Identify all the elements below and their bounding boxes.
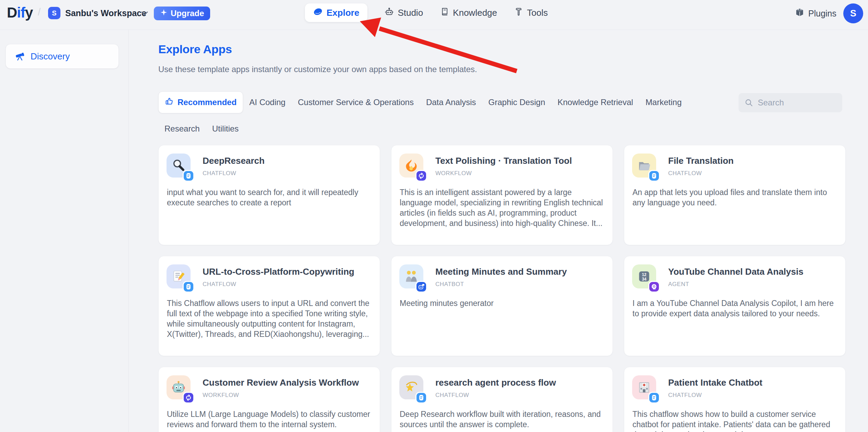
svg-text:12: 12 [642,272,647,277]
category-tab-knowledge-retrieval[interactable]: Knowledge Retrieval [551,92,639,113]
app-card-description: input what you want to search for, and i… [167,187,372,208]
app-card[interactable]: Patient Intake Chatbot CHATFLOW This cha… [624,367,846,432]
app-card-title: Patient Intake Chatbot [668,377,838,388]
workflow-badge-icon [183,392,194,403]
app-card-type-label: CHATFLOW [668,170,702,177]
robot-head-icon [385,7,394,19]
user-avatar[interactable]: S [843,3,863,23]
app-card-title: File Translation [668,156,838,166]
nav-tab-knowledge[interactable]: Knowledge [440,7,497,19]
chevron-down-icon[interactable] [141,11,148,17]
nav-tab-studio[interactable]: Studio [385,7,423,19]
svg-text:34: 34 [642,277,647,282]
app-card[interactable]: Meeting Minutes and Summary CHATBOT Meet… [391,256,613,356]
app-card-type-label: CHATFLOW [203,281,236,288]
nav-tab-explore[interactable]: Explore [305,3,367,22]
sidebar-item-discovery[interactable]: Discovery [5,44,119,69]
book-icon [440,7,449,19]
chatflow-badge-icon [183,281,194,293]
app-card-description: Meeting minutes generator [400,298,605,308]
category-tab-label: Utilities [212,124,239,134]
app-card-title: YouTube Channel Data Analysis [668,266,838,277]
category-tabs: RecommendedAI CodingCustomer Service & O… [158,91,728,139]
app-card-type-label: CHATFLOW [435,392,469,399]
sidebar-item-label: Discovery [31,51,70,62]
app-card-title: URL-to-Cross-Platform-Copywriting [203,266,373,277]
chatflow-badge-icon [648,392,660,403]
search-box [739,93,842,112]
app-card-title: Text Polishing · Translation Tool [435,156,606,166]
app-card-title: Meeting Minutes and Summary [435,266,606,277]
category-tab-ai-coding[interactable]: AI Coding [243,92,292,113]
category-tab-label: Data Analysis [426,98,476,107]
header-divider [0,30,868,30]
category-tab-label: Marketing [646,98,682,107]
dify-logo: Dify [7,4,33,21]
page-subtitle: Use these template apps instantly or cus… [158,65,477,74]
plugins-cube-icon [795,8,804,19]
chatflow-badge-icon [415,392,427,403]
workspace-avatar[interactable]: S [48,7,60,19]
app-card-description: Deep Research workflow built with iterat… [400,409,605,430]
top-header: Dify / S Sanbu's Workspace Upgrade Explo… [0,0,868,30]
sparkle-icon [160,9,168,18]
category-tab-marketing[interactable]: Marketing [639,92,688,113]
explore-icon [313,7,323,19]
app-card-type-label: AGENT [668,281,689,288]
chatflow-badge-icon [648,170,660,182]
app-card[interactable]: Customer Review Analysis Workflow WORKFL… [158,367,380,432]
workflow-badge-icon [415,170,427,182]
breadcrumb-separator: / [38,6,41,18]
category-tabs-row-1: RecommendedAI CodingCustomer Service & O… [158,91,728,113]
category-tab-label: Knowledge Retrieval [558,98,633,107]
app-card[interactable]: 1234 YouTube Channel Data Analysis AGENT… [624,256,846,356]
category-tabs-row-2: ResearchUtilities [158,118,728,139]
app-card[interactable]: Text Polishing · Translation Tool WORKFL… [391,145,613,245]
category-tab-label: Customer Service & Operations [298,98,413,107]
app-cards-grid: DeepResearch CHATFLOW input what you wan… [158,145,846,432]
category-tab-research[interactable]: Research [158,118,206,139]
telescope-icon [15,50,25,62]
sidebar: Discovery [0,30,129,432]
category-tab-data-analysis[interactable]: Data Analysis [420,92,482,113]
category-tab-utilities[interactable]: Utilities [206,118,245,139]
app-card-title: DeepResearch [203,156,373,166]
app-card-description: An app that lets you upload files and tr… [632,187,838,208]
hammer-icon [514,7,523,19]
app-card[interactable]: DeepResearch CHATFLOW input what you wan… [158,145,380,245]
category-tab-label: Recommended [178,98,237,107]
category-tab-label: AI Coding [249,98,285,107]
plugins-button[interactable]: Plugins [795,8,836,19]
app-card[interactable]: File Translation CHATFLOW An app that le… [624,145,846,245]
chatflow-badge-icon [183,170,194,182]
app-card-title: Customer Review Analysis Workflow [203,377,373,388]
main-nav: Explore Studio Knowledge [305,3,548,22]
app-card-type-label: CHATFLOW [668,392,702,399]
workspace-name[interactable]: Sanbu's Workspace [65,8,146,18]
app-card-type-label: WORKFLOW [203,392,239,399]
app-card-type-label: WORKFLOW [435,170,472,177]
thumbs-up-icon [165,97,174,108]
category-tab-label: Graphic Design [488,98,545,107]
agent-badge-icon [648,281,660,293]
nav-tab-tools[interactable]: Tools [514,7,548,19]
chatbot-badge-icon [415,281,427,293]
app-card[interactable]: research agent process flow CHATFLOW Dee… [391,367,613,432]
page-title: Explore Apps [158,43,232,56]
app-card-description: This Chatflow allows users to input a UR… [167,298,372,339]
category-tab-graphic-design[interactable]: Graphic Design [482,92,551,113]
category-tab-recommended[interactable]: Recommended [158,91,243,113]
app-card-type-label: CHATFLOW [203,170,236,177]
upgrade-button[interactable]: Upgrade [154,7,210,20]
category-tab-label: Research [164,124,200,134]
app-card-title: research agent process flow [435,377,606,388]
category-tab-customer-service-operations[interactable]: Customer Service & Operations [292,92,420,113]
search-input[interactable] [739,93,842,112]
app-card-description: Utilize LLM (Large Language Models) to c… [167,409,372,430]
app-card-description: This chatflow shows how to build a custo… [632,409,838,432]
app-card-type-label: CHATBOT [435,281,464,288]
app-card[interactable]: URL-to-Cross-Platform-Copywriting CHATFL… [158,256,380,356]
app-card-description: This is an intelligent assistant powered… [400,187,605,228]
app-card-description: I am a YouTube Channel Data Analysis Cop… [632,298,838,319]
